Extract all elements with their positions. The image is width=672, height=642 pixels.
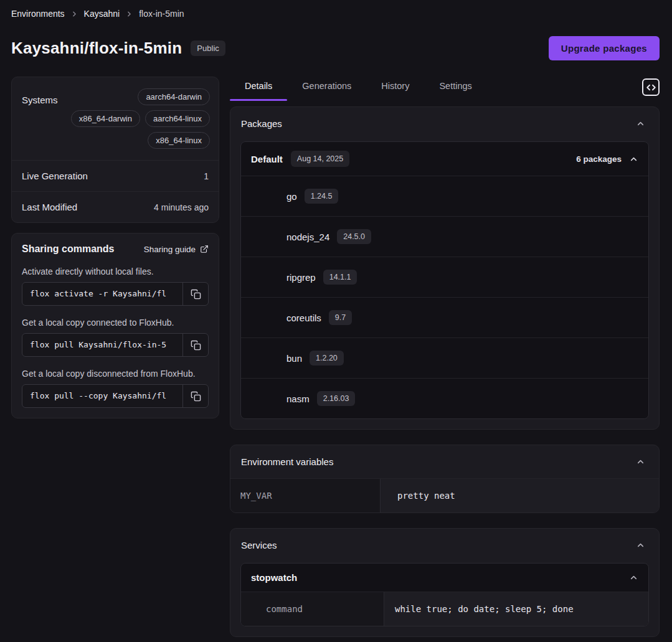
packages-section-header[interactable]: Packages [230, 107, 659, 140]
services-section: Services stopwatch command [230, 528, 660, 637]
chevron-up-icon[interactable] [636, 541, 645, 550]
sharing-command-code[interactable]: flox pull Kaysahni/flox-in-5 [22, 334, 182, 356]
service-property-row: command while true; do date; sleep 5; do… [241, 592, 648, 626]
package-name: bun [286, 353, 302, 364]
chevron-right-icon [125, 10, 133, 18]
env-vars-section: Environment variables MY_VAR pretty neat [230, 445, 660, 513]
system-badge: x86_64-linux [148, 132, 210, 149]
chevron-up-icon[interactable] [629, 573, 638, 582]
package-count: 6 packages [576, 154, 622, 164]
service-property-key: command [241, 592, 384, 626]
package-row[interactable]: nodejs_24 24.5.0 [241, 216, 648, 257]
sharing-command-block: Activate directly without local files. f… [22, 267, 209, 306]
package-version-badge: 9.7 [329, 310, 352, 325]
services-section-header[interactable]: Services [230, 529, 659, 562]
breadcrumb-owner[interactable]: Kaysahni [84, 9, 120, 19]
tabs-row: Details Generations History Settings [230, 77, 660, 101]
copy-button[interactable] [182, 385, 208, 407]
services-title: Services [241, 540, 277, 550]
copy-button[interactable] [182, 283, 208, 305]
package-row[interactable]: go 1.24.5 [241, 176, 648, 216]
tab[interactable]: Details [230, 77, 287, 101]
copy-icon [191, 391, 201, 402]
package-group-card: Default Aug 14, 2025 6 packages go [240, 141, 649, 419]
env-vars-title: Environment variables [241, 456, 333, 467]
live-generation-row: Live Generation 1 [12, 160, 219, 191]
sharing-command-block: Get a local copy disconnected from FloxH… [22, 369, 209, 408]
live-generation-label: Live Generation [22, 171, 88, 181]
package-row[interactable]: bun 1.2.20 [241, 338, 648, 378]
main-panel: Details Generations History Settings [230, 77, 660, 642]
package-version-badge: 1.24.5 [305, 189, 339, 204]
systems-label: Systems [22, 88, 58, 105]
tab-label: Generations [302, 81, 351, 91]
sharing-command-label: Get a local copy disconnected from FloxH… [22, 369, 209, 379]
floxhub-environment-page: Environments Kaysahni flox-in-5min Kaysa… [0, 0, 672, 642]
sharing-command-code[interactable]: flox pull --copy Kaysahni/fl [22, 385, 182, 407]
package-group-header[interactable]: Default Aug 14, 2025 6 packages [241, 142, 648, 176]
sharing-guide-label: Sharing guide [144, 245, 196, 254]
copy-button[interactable] [182, 334, 208, 356]
tabs: Details Generations History Settings [230, 77, 487, 101]
chevron-up-icon[interactable] [629, 154, 638, 164]
chevron-right-icon [70, 10, 78, 18]
system-badge: aarch64-darwin [138, 88, 210, 105]
package-row[interactable]: coreutils 9.7 [241, 297, 648, 338]
package-name: nodejs_24 [286, 232, 329, 242]
last-modified-row: Last Modified 4 minutes ago [12, 191, 219, 222]
service-header[interactable]: stopwatch [241, 564, 648, 592]
code-brackets-icon [646, 83, 656, 92]
sharing-command-code[interactable]: flox activate -r Kaysahni/fl [22, 283, 182, 305]
sharing-command-box: flox pull Kaysahni/flox-in-5 [22, 333, 209, 357]
chevron-up-icon[interactable] [636, 119, 645, 128]
sharing-command-block: Get a local copy connected to FloxHub. f… [22, 318, 209, 357]
page-title: Kaysahni/flox-in-5min [11, 39, 182, 58]
package-row[interactable]: nasm 2.16.03 [241, 378, 648, 418]
package-name: nasm [286, 394, 310, 404]
packages-title: Packages [241, 118, 282, 129]
tab[interactable]: Settings [424, 77, 486, 101]
package-version-badge: 1.2.20 [310, 351, 344, 366]
tab-label: Details [245, 81, 272, 91]
sharing-command-box: flox activate -r Kaysahni/fl [22, 282, 209, 306]
upgrade-packages-button[interactable]: Upgrade packages [549, 36, 660, 60]
page-header: Kaysahni/flox-in-5min Public Upgrade pac… [11, 36, 660, 60]
systems-badges: aarch64-darwin x86_64-darwin aarch64-lin… [65, 88, 210, 149]
env-vars-section-header[interactable]: Environment variables [230, 445, 659, 478]
service-card: stopwatch command while true; do date; s… [240, 563, 649, 626]
breadcrumb: Environments Kaysahni flox-in-5min [11, 9, 660, 19]
last-modified-value: 4 minutes ago [154, 202, 209, 212]
package-version-badge: 24.5.0 [337, 229, 371, 244]
live-generation-value: 1 [204, 171, 209, 181]
service-name: stopwatch [251, 572, 297, 583]
sharing-commands-title: Sharing commands [22, 243, 114, 255]
breadcrumb-environment: flox-in-5min [139, 9, 184, 19]
sharing-commands-card: Sharing commands Sharing guide Activate … [11, 233, 219, 418]
external-link-icon [200, 245, 209, 253]
sharing-command-label: Get a local copy connected to FloxHub. [22, 318, 209, 328]
env-var-row: MY_VAR pretty neat [230, 478, 659, 512]
package-name: ripgrep [286, 272, 316, 283]
package-name: go [286, 191, 297, 202]
sharing-guide-link[interactable]: Sharing guide [144, 245, 209, 254]
system-badge: x86_64-darwin [71, 110, 140, 127]
package-version-badge: 14.1.1 [323, 270, 357, 285]
visibility-badge: Public [191, 40, 225, 56]
tab[interactable]: History [366, 77, 424, 101]
environment-info-card: Systems aarch64-darwin x86_64-darwin aar… [11, 77, 219, 223]
chevron-up-icon[interactable] [636, 457, 645, 466]
sharing-command-label: Activate directly without local files. [22, 267, 209, 276]
last-modified-label: Last Modified [22, 202, 77, 212]
sharing-command-box: flox pull --copy Kaysahni/fl [22, 384, 209, 408]
breadcrumb-environments[interactable]: Environments [11, 9, 65, 19]
package-row[interactable]: ripgrep 14.1.1 [241, 257, 648, 297]
env-var-name: MY_VAR [230, 479, 381, 512]
copy-icon [191, 289, 201, 300]
tab[interactable]: Generations [287, 77, 366, 101]
package-group-date-badge: Aug 14, 2025 [291, 151, 349, 167]
copy-icon [191, 340, 201, 351]
systems-row: Systems aarch64-darwin x86_64-darwin aar… [12, 77, 219, 160]
tab-label: History [381, 81, 409, 91]
packages-section: Packages Default Aug 14, 2025 6 packages [230, 106, 660, 430]
code-view-button[interactable] [642, 78, 660, 96]
